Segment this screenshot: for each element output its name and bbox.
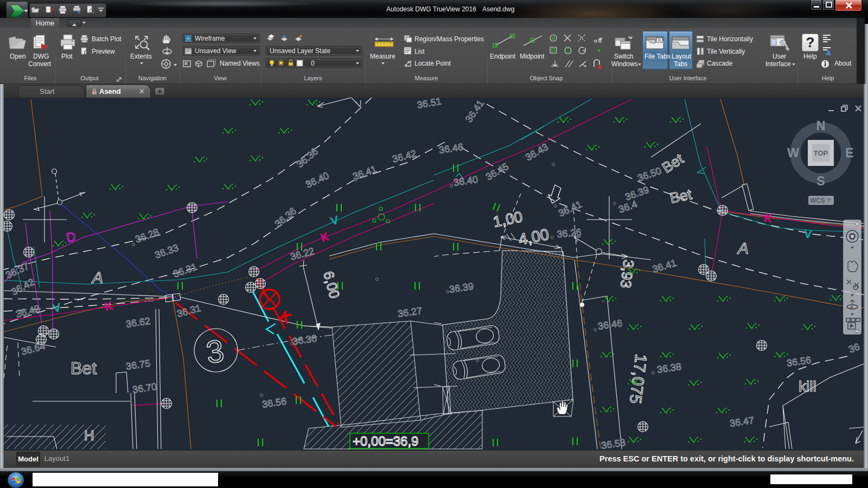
svg-text:S: S [816,174,825,188]
svg-text:A: A [91,268,103,286]
svg-text:TOP: TOP [814,149,828,157]
svg-text:H: H [84,427,94,444]
svg-text:E: E [845,146,853,160]
svg-text:A: A [737,239,749,257]
svg-text:3,93: 3,93 [617,259,637,289]
svg-text:W: W [787,146,799,160]
svg-text:Bet: Bet [71,358,97,378]
svg-text:N: N [816,119,826,133]
svg-text:WCS: WCS [810,197,825,204]
svg-text:K: K [764,211,773,224]
svg-text:36.26: 36.26 [557,227,582,240]
svg-text:V: V [804,228,813,240]
svg-text:+0,00=36,9: +0,00=36,9 [353,434,418,448]
svg-text:kill: kill [799,378,816,395]
